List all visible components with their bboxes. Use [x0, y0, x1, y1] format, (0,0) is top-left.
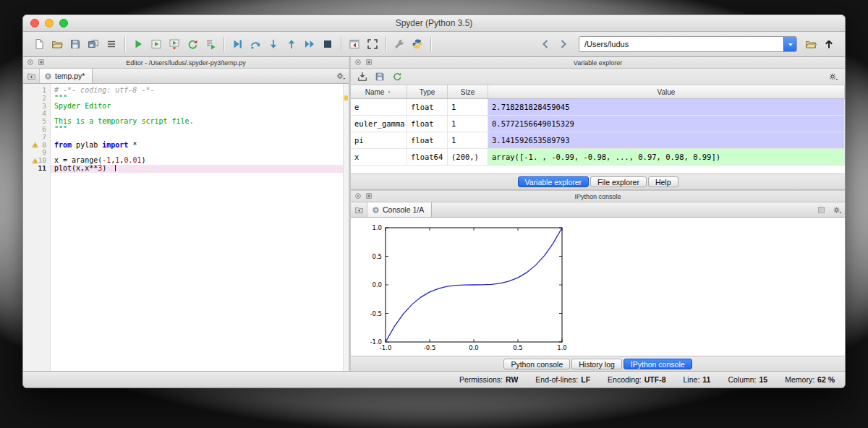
cell-type[interactable]: float	[407, 132, 448, 148]
console-tab[interactable]: Console 1/A	[367, 202, 432, 217]
cell-value[interactable]: 3.141592653589793	[488, 132, 845, 148]
cell-name[interactable]: euler_gamma	[351, 116, 407, 132]
cell-value[interactable]: 2.718281828459045	[488, 99, 845, 115]
variable-explorer-options-icon[interactable]	[826, 69, 841, 84]
browse-tabs-icon[interactable]	[23, 69, 40, 83]
variable-row-e[interactable]: efloat12.718281828459045	[351, 99, 845, 116]
interrupt-kernel-icon[interactable]	[813, 202, 829, 217]
column-header-value[interactable]: Value	[488, 85, 845, 98]
status-permissions: Permissions:RW	[459, 375, 518, 384]
toolbar-separator	[386, 37, 386, 51]
variable-row-x[interactable]: xfloat64(200,)array([-1. , -0.99, -0.98,…	[351, 149, 845, 166]
console-float-pane-icon[interactable]	[365, 192, 373, 200]
rerun-icon	[187, 38, 198, 50]
run-cell-button[interactable]	[148, 35, 165, 53]
console-output[interactable]: -1.0-0.50.00.51.0-1.0-0.50.00.51.0	[351, 218, 845, 356]
editor-pane: Editor - /Users/ludus/.spyder-py3/temp.p…	[23, 57, 349, 371]
column-header-size[interactable]: Size	[448, 85, 488, 98]
editor-float-pane-icon[interactable]	[37, 58, 46, 67]
code-line-3[interactable]: Spyder Editor	[51, 103, 343, 111]
cell-size[interactable]: 1	[448, 116, 488, 132]
dock-tab-variable-explorer[interactable]: Variable explorer	[518, 176, 590, 187]
code-line-8[interactable]: from pylab import *	[51, 142, 343, 150]
cell-name[interactable]: e	[351, 99, 407, 115]
run-selection-icon	[205, 38, 216, 50]
cell-name[interactable]: pi	[351, 132, 407, 148]
preferences-button[interactable]	[391, 35, 408, 53]
cell-size[interactable]: 1	[448, 132, 488, 148]
stop-debugging-button[interactable]	[319, 35, 336, 53]
cell-name[interactable]: x	[351, 149, 407, 165]
ve-close-pane-icon[interactable]	[354, 58, 362, 67]
continue-execution-button[interactable]	[301, 35, 318, 53]
dock-tab-help[interactable]: Help	[648, 176, 678, 187]
file-switcher-button[interactable]	[103, 35, 120, 53]
text-cursor	[115, 165, 116, 172]
dock-tab-python-console[interactable]: Python console	[503, 359, 570, 369]
run-cell-icon	[150, 38, 162, 50]
pythonpath-manager-button[interactable]	[409, 35, 426, 53]
console-close-tab-icon[interactable]	[372, 206, 380, 214]
debug-file-button[interactable]	[229, 35, 246, 53]
editor-close-pane-icon[interactable]	[26, 58, 35, 67]
variable-row-euler-gamma[interactable]: euler_gammafloat10.5772156649015329	[351, 116, 845, 132]
dock-tab-history-log[interactable]: History log	[571, 359, 622, 369]
code-line-6[interactable]: """	[51, 126, 343, 134]
save-file-button[interactable]	[67, 35, 84, 53]
cell-type[interactable]: float	[407, 99, 448, 115]
open-file-button[interactable]	[48, 35, 66, 53]
run-icon	[132, 38, 144, 50]
column-header-type[interactable]: Type	[407, 85, 448, 98]
doc-icon	[33, 38, 45, 50]
code-line-1[interactable]: # -*- coding: utf-8 -*-	[51, 87, 343, 95]
zoom-window-button[interactable]	[59, 19, 68, 27]
minimize-window-button[interactable]	[45, 19, 54, 27]
parent-directory-button[interactable]	[820, 35, 838, 53]
save-all-button[interactable]	[85, 35, 102, 53]
rerun-cell-button[interactable]	[184, 35, 201, 53]
editor-options-icon[interactable]	[333, 69, 349, 83]
folder-open-icon	[805, 38, 817, 50]
ve-float-pane-icon[interactable]	[365, 58, 373, 67]
working-directory-combo[interactable]: /Users/ludus	[579, 36, 797, 52]
close-tab-icon[interactable]	[44, 72, 52, 80]
step-return-button[interactable]	[283, 35, 300, 53]
console-options-icon[interactable]	[829, 202, 845, 217]
code-area[interactable]: # -*- coding: utf-8 -*-"""Spyder EditorT…	[51, 87, 343, 371]
editor-tab-temp-py[interactable]: temp.py*	[40, 69, 93, 83]
cell-value[interactable]: array([-1. , -0.99, -0.98, ..., 0.97, 0.…	[488, 149, 845, 165]
step-button[interactable]	[247, 35, 264, 53]
run-selection-button[interactable]	[202, 35, 219, 53]
maximize-pane-button[interactable]	[346, 35, 363, 53]
step-into-button[interactable]	[265, 35, 282, 53]
new-file-button[interactable]	[30, 35, 48, 53]
column-header-name[interactable]: Name	[351, 85, 407, 98]
cell-size[interactable]: 1	[448, 99, 488, 115]
cell-size[interactable]: (200,)	[448, 149, 488, 165]
dock-tab-file-explorer[interactable]: File explorer	[590, 176, 647, 187]
titlebar[interactable]: Spyder (Python 3.5)	[23, 15, 845, 32]
back-button[interactable]	[537, 35, 554, 53]
save-data-button[interactable]	[373, 69, 387, 84]
refresh-button[interactable]	[390, 69, 404, 84]
variable-row-pi[interactable]: pifloat13.141592653589793	[351, 132, 845, 149]
arrow-up-icon	[823, 38, 835, 50]
cell-value[interactable]: 0.5772156649015329	[488, 116, 845, 132]
code-editor[interactable]: 1234567891011 # -*- coding: utf-8 -*-"""…	[23, 84, 349, 371]
run-file-button[interactable]	[129, 35, 147, 53]
forward-button[interactable]	[555, 35, 572, 53]
code-line-11[interactable]: plot(x,x**3)	[51, 165, 343, 173]
console-browse-tabs-icon[interactable]	[351, 202, 367, 217]
run-cell-advance-button[interactable]	[166, 35, 183, 53]
import-data-button[interactable]	[355, 69, 370, 84]
cell-type[interactable]: float64	[407, 149, 448, 165]
browse-working-directory-button[interactable]	[802, 35, 820, 53]
cell-type[interactable]: float	[407, 116, 448, 132]
column-header-label: Name	[365, 88, 385, 96]
fullscreen-button[interactable]	[364, 35, 381, 53]
combo-dropdown-icon[interactable]	[783, 37, 796, 51]
close-window-button[interactable]	[30, 19, 39, 27]
console-close-pane-icon[interactable]	[354, 192, 362, 200]
dock-tab-ipython-console[interactable]: IPython console	[624, 359, 692, 369]
code-line-5[interactable]: This is a temporary script file.	[51, 118, 343, 126]
